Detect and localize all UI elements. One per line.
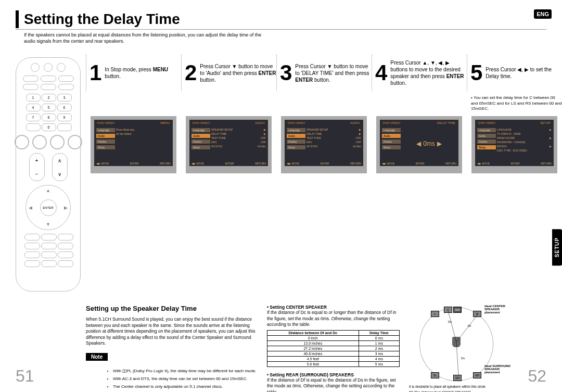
screen-5: DVD-VIDEO SETUP Language Audio Display S…	[471, 116, 557, 173]
table-cell: 40.8 inches	[267, 351, 359, 356]
screen-top: DVD-VIDEO	[288, 121, 305, 124]
screen-side-item: Language	[477, 128, 496, 132]
step-5: 5 Press Cursor ◀, ▶ to set the Delay tim…	[467, 55, 562, 173]
note-badge: Note	[86, 353, 108, 361]
cursor-up-icon: ▲	[46, 188, 50, 193]
screen-top: DVD-VIDEO	[193, 121, 210, 124]
label-dc: Dc	[448, 320, 452, 323]
stop-icon	[32, 135, 47, 149]
screen-side-item: Display	[382, 140, 401, 144]
screen-bottom: RETURN	[160, 162, 171, 165]
screen-bottom: ENTER	[225, 162, 234, 165]
screen-line: LANGUAGE▶	[497, 128, 552, 131]
step-post: button.	[313, 77, 330, 83]
screen-bottom: ◀▶ MOVE	[477, 162, 490, 165]
cursor-down-icon: ▼	[46, 222, 50, 227]
step-text: Press Cursor ◀, ▶ to set the Delay time.	[486, 66, 562, 80]
screen-line: DRC: OFF	[211, 141, 266, 144]
screen-title: MENU	[160, 121, 170, 124]
step-bold: ENTER	[446, 73, 464, 79]
remote-pill	[58, 75, 74, 82]
remote-pill	[23, 75, 39, 82]
step-number: 2	[185, 62, 197, 84]
page-number-right: 52	[528, 366, 546, 386]
step-number: 3	[280, 62, 292, 84]
screen-bottom: ENTER	[511, 162, 520, 165]
num-2: 2	[42, 94, 56, 102]
remote-pill	[24, 251, 40, 258]
step-bold: ENTER	[259, 70, 276, 76]
screen-side-item: Audio	[382, 134, 401, 138]
step-1: 1 In Stop mode, press MENU button. DVD-V…	[86, 55, 181, 173]
lang-badge: ENG	[534, 9, 552, 19]
svg-line-0	[448, 311, 456, 342]
next-icon	[68, 135, 82, 149]
step-post: button.	[390, 80, 406, 86]
rear-speaker-text: If the distance of Df is equal to the di…	[267, 377, 400, 392]
table-header: Distance between Df and Dc	[267, 330, 359, 335]
cursor-right-icon: ▶	[64, 205, 68, 210]
dpad: ▲ ▼ ◀ ▶ ENTER	[25, 185, 71, 230]
screen-bottom: ◀▶ MOVE	[382, 162, 394, 165]
screen-top: DVD-VIDEO	[97, 121, 114, 124]
screen-4: DVD-VIDEO DELAY TIME Language Audio Disp…	[376, 116, 462, 173]
screen-bottom: ENTER	[416, 162, 425, 165]
num-8: 8	[42, 113, 56, 121]
screen-1: DVD-VIDEO MENU Language Audio Display Se…	[91, 116, 176, 173]
speaker-delay-intro: Setting up the Speaker Delay Time When 5…	[86, 305, 258, 392]
remote-control-illustration: 1 2 3 4 5 6 7 8 9 0 +− ∧∨	[16, 57, 81, 292]
page-title: Setting the Delay Time	[24, 11, 180, 28]
remote-pill	[41, 84, 56, 90]
volume-button: +−	[29, 153, 45, 181]
screen-line: AV-SYNC: 0mSec	[306, 145, 361, 148]
table-cell: 0 ms	[359, 335, 399, 340]
remote-pill	[58, 84, 74, 90]
table-cell: 1 ms	[359, 340, 399, 346]
screen-line: DELAY TIME▶	[211, 132, 266, 135]
screen-line: DRC: OFF	[306, 141, 361, 144]
note-item: The Center channel is only adjustable on…	[113, 384, 258, 390]
num-5: 5	[42, 104, 56, 111]
screen-side-item: Setup	[96, 145, 115, 149]
step-number: 4	[375, 62, 387, 84]
screen-side-item: Display	[477, 140, 496, 144]
screen-side-item: Setup	[477, 145, 496, 149]
center-delay-table: Distance between Df and DcDelay Time 0 i…	[267, 330, 400, 367]
screen-bottom: RETURN	[255, 162, 266, 165]
screen-side-item: Language	[191, 128, 210, 132]
step-3: 3 Press Cursor ▼ button to move to 'DELA…	[276, 55, 372, 173]
screen-side-item: Audio	[191, 134, 210, 138]
screen-3: DVD-VIDEO AUDIO Language Audio Display S…	[281, 116, 367, 173]
center-speaker-head: • Setting CENTER SPEAKER	[267, 305, 400, 310]
svg-line-2	[456, 342, 458, 375]
screen-bottom: ENTER	[130, 162, 139, 165]
table-cell: 13.6 inches	[267, 340, 359, 346]
svg-line-1	[456, 314, 478, 342]
screen-bottom: ENTER	[321, 162, 329, 165]
screen-title: SETUP	[540, 121, 551, 124]
screen-title: AUDIO	[255, 121, 265, 124]
screen-line: AV-SYNC: 0mSec	[211, 145, 266, 148]
cursor-left-icon: ◀	[29, 205, 32, 210]
prev-icon	[15, 135, 29, 149]
screen-bottom: RETURN	[445, 162, 456, 165]
screen-side-item: Language	[96, 128, 115, 132]
remote-pill	[24, 260, 40, 267]
remote-pill	[58, 251, 73, 258]
step-2: 2 Press Cursor ▼ button to move to 'Audi…	[181, 55, 276, 173]
ideal-surround-label: Ideal SURROUND SPEAKER placement	[484, 364, 516, 374]
steps-row: 1 In Stop mode, press MENU button. DVD-V…	[86, 55, 562, 173]
screen-line: TEST TONE: OFF	[211, 136, 266, 140]
body-text: When 5.1CH Surround Sound is played, you…	[86, 317, 258, 346]
remote-pill	[41, 75, 56, 82]
step-bold: MENU	[153, 67, 168, 72]
remote-pill	[41, 234, 57, 241]
table-cell: 4 ms	[359, 356, 399, 361]
remote-pill	[58, 243, 73, 249]
step-text: In Stop mode, press MENU button.	[105, 66, 181, 80]
screen-line: TV DISPLAY : WIDE	[497, 132, 552, 135]
step-text: Press Cursor ▼ button to move to 'DELAY …	[295, 63, 372, 83]
step-post: button.	[105, 73, 121, 79]
remote-pill	[24, 234, 40, 241]
remote-pill	[41, 243, 57, 249]
